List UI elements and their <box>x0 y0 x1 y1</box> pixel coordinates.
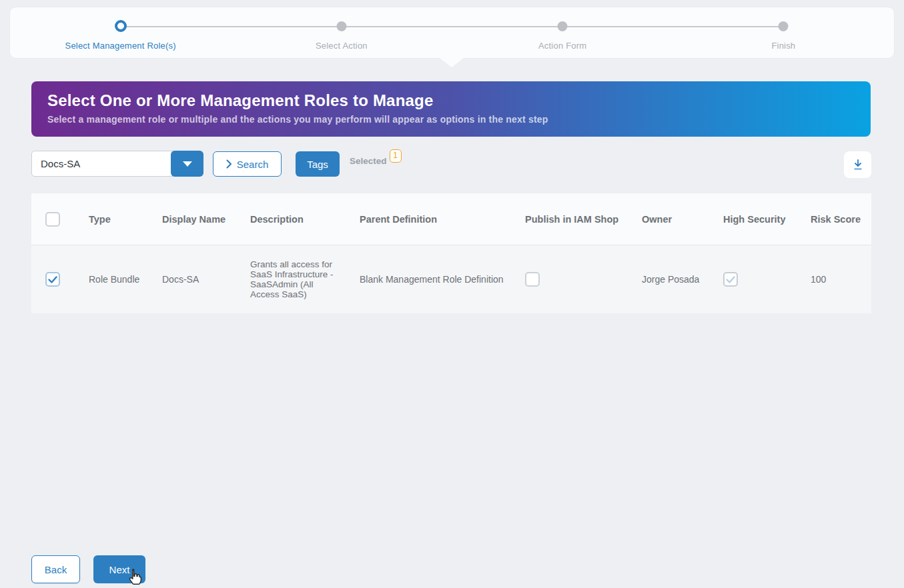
caret-down-icon <box>183 161 192 167</box>
management-roles-table: Type Display Name Description Parent Def… <box>31 193 871 313</box>
download-button[interactable] <box>844 151 871 178</box>
back-button[interactable]: Back <box>31 555 80 583</box>
download-icon <box>851 158 865 171</box>
wizard-stepper: Select Management Role(s) Select Action … <box>9 7 895 59</box>
cell-display-name: Docs-SA <box>162 274 250 285</box>
publish-in-iam-shop-checkbox[interactable] <box>525 272 540 287</box>
table-row: Role Bundle Docs-SA Grants all access fo… <box>31 245 871 313</box>
page-header-banner: Select One or More Management Roles to M… <box>31 81 871 137</box>
select-all-checkbox[interactable] <box>45 212 60 227</box>
stepper-tail-pointer <box>440 58 464 67</box>
column-header-parent-definition: Parent Definition <box>360 214 525 225</box>
step-dot <box>115 20 127 32</box>
column-header-type: Type <box>89 214 162 225</box>
step-select-management-roles[interactable]: Select Management Role(s) <box>10 7 231 58</box>
cell-type: Role Bundle <box>89 274 162 285</box>
high-security-checkbox <box>723 272 738 287</box>
page-title: Select One or More Management Roles to M… <box>47 91 855 110</box>
selected-count-badge: 1 <box>390 149 402 163</box>
step-dot <box>558 21 568 31</box>
step-label: Select Action <box>231 41 452 51</box>
search-button[interactable]: Search <box>213 151 282 177</box>
table-header-row: Type Display Name Description Parent Def… <box>31 193 871 245</box>
step-select-action[interactable]: Select Action <box>231 7 452 58</box>
toolbar: Docs-SA Search Tags Selected1 <box>0 151 904 179</box>
role-filter-dropdown-button[interactable] <box>171 151 203 177</box>
tags-button[interactable]: Tags <box>296 151 340 177</box>
chevron-right-icon <box>226 159 232 169</box>
cell-owner: Jorge Posada <box>642 274 723 285</box>
cell-parent-definition: Blank Management Role Definition <box>360 274 525 285</box>
next-button[interactable]: Next <box>93 555 145 583</box>
role-filter-select[interactable]: Docs-SA <box>31 151 203 177</box>
step-finish[interactable]: Finish <box>673 7 894 58</box>
step-label: Action Form <box>452 41 673 51</box>
column-header-risk-score: Risk Score <box>811 214 871 225</box>
column-header-description: Description <box>250 214 360 225</box>
step-label: Finish <box>673 41 894 51</box>
column-header-display-name: Display Name <box>162 214 250 225</box>
column-header-publish-in-iam-shop: Publish in IAM Shop <box>525 214 642 225</box>
role-filter-value: Docs-SA <box>32 158 80 169</box>
cell-risk-score: 100 <box>811 274 871 285</box>
column-header-high-security: High Security <box>723 214 811 225</box>
selected-counter: Selected1 <box>350 155 402 169</box>
step-label: Select Management Role(s) <box>10 41 231 51</box>
cell-description: Grants all access for SaaS Infrastructur… <box>250 259 360 299</box>
column-header-owner: Owner <box>642 214 723 225</box>
page-subtitle: Select a management role or multiple and… <box>47 114 855 125</box>
selected-label: Selected <box>350 156 387 166</box>
search-button-label: Search <box>237 159 269 170</box>
step-dot <box>336 21 346 31</box>
step-dot <box>779 21 789 31</box>
step-action-form[interactable]: Action Form <box>452 7 673 58</box>
row-select-checkbox[interactable] <box>45 272 60 287</box>
